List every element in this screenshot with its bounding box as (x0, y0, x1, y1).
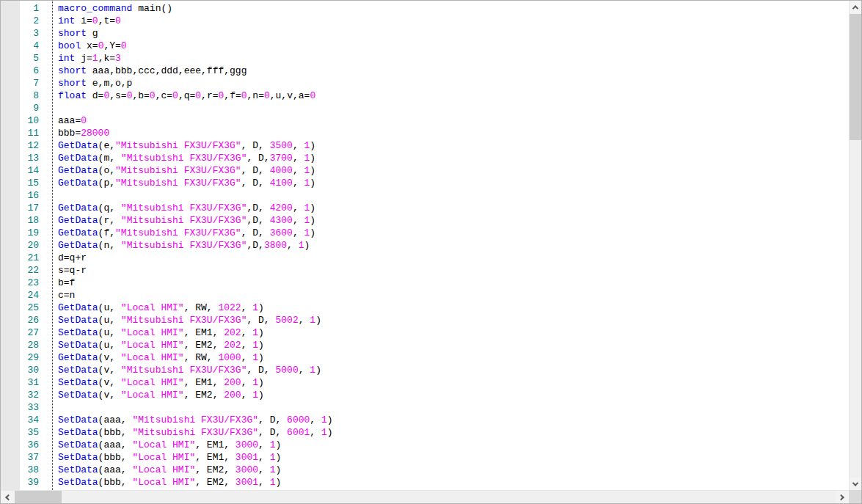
code-line[interactable]: 11bbb=28000 (20, 127, 848, 139)
chevron-down-icon (852, 480, 858, 486)
line-number: 32 (20, 389, 39, 401)
gutter-separator (52, 1, 53, 490)
code-line[interactable]: 2int i=0,t=0 (20, 15, 848, 27)
code-line[interactable]: 13GetData(m, "Mitsubishi FX3U/FX3G", D,3… (20, 152, 848, 164)
code-text: SetData(u, "Local HMI", EM2, 202, 1) (39, 339, 264, 351)
code-line[interactable]: 10aaa=0 (20, 114, 848, 127)
line-number: 6 (20, 65, 39, 77)
code-line[interactable]: 9 (20, 102, 848, 114)
line-number: 13 (20, 152, 39, 164)
code-line[interactable]: 12GetData(e,"Mitsubishi FX3U/FX3G", D, 3… (20, 139, 848, 152)
chevron-left-icon (5, 494, 11, 500)
code-line[interactable]: 31SetData(v, "Local HMI", EM1, 200, 1) (20, 376, 848, 389)
line-number: 8 (20, 90, 39, 102)
code-line[interactable]: 8float d=0,s=0,b=0,c=0,q=0,r=0,f=0,n=0,u… (20, 90, 848, 102)
vertical-scrollbar-thumb[interactable] (850, 14, 861, 140)
code-line[interactable]: 39SetData(bbb, "Local HMI", EM2, 3001, 1… (20, 476, 848, 489)
code-line[interactable]: 14GetData(o,"Mitsubishi FX3U/FX3G", D, 4… (20, 164, 848, 177)
code-line[interactable]: 28SetData(u, "Local HMI", EM2, 202, 1) (20, 339, 848, 351)
code-line[interactable]: 24c=n (20, 289, 848, 302)
code-text (39, 102, 58, 114)
line-number: 5 (20, 52, 39, 65)
line-number: 7 (20, 77, 39, 90)
code-text: GetData(e,"Mitsubishi FX3U/FX3G", D, 350… (39, 139, 315, 152)
line-number: 11 (20, 127, 39, 139)
line-number: 2 (20, 15, 39, 27)
code-line[interactable]: 17GetData(q, "Mitsubishi FX3U/FX3G",D, 4… (20, 202, 848, 214)
line-number: 33 (20, 401, 39, 414)
line-number: 21 (20, 252, 39, 264)
line-number: 17 (20, 202, 39, 214)
code-line[interactable]: 27SetData(u, "Local HMI", EM1, 202, 1) (20, 326, 848, 339)
code-line[interactable]: 1macro_command main() (20, 2, 848, 15)
code-line[interactable]: 36SetData(aaa, "Local HMI", EM1, 3000, 1… (20, 439, 848, 451)
code-text (39, 401, 58, 414)
code-line[interactable]: 15GetData(p,"Mitsubishi FX3U/FX3G", D, 4… (20, 177, 848, 189)
code-line[interactable]: 37SetData(bbb, "Local HMI", EM1, 3001, 1… (20, 451, 848, 464)
code-text: SetData(u, "Mitsubishi FX3U/FX3G", D, 50… (39, 314, 321, 326)
line-number: 39 (20, 476, 39, 489)
horizontal-scrollbar-thumb[interactable] (15, 491, 62, 503)
code-line[interactable]: 20GetData(n, "Mitsubishi FX3U/FX3G",D,38… (20, 239, 848, 252)
line-number: 36 (20, 439, 39, 451)
code-area[interactable]: 1macro_command main()2int i=0,t=03short … (20, 2, 848, 489)
code-text: s=q-r (39, 264, 87, 277)
code-line[interactable]: 25GetData(u, "Local HMI", RW, 1022, 1) (20, 302, 848, 314)
code-line[interactable]: 23b=f (20, 277, 848, 289)
code-text: bbb=28000 (39, 127, 109, 139)
code-line[interactable]: 33 (20, 401, 848, 414)
code-text: macro_command main() (39, 2, 172, 15)
line-number: 34 (20, 414, 39, 426)
code-line[interactable]: 32SetData(v, "Local HMI", EM2, 200, 1) (20, 389, 848, 401)
code-text: short aaa,bbb,ccc,ddd,eee,fff,ggg (39, 65, 246, 77)
code-line[interactable]: 30SetData(v, "Mitsubishi FX3U/FX3G", D, … (20, 364, 848, 376)
line-number: 23 (20, 277, 39, 289)
code-text: d=q+r (39, 252, 87, 264)
code-line[interactable]: 6short aaa,bbb,ccc,ddd,eee,fff,ggg (20, 65, 848, 77)
code-text: b=f (39, 277, 75, 289)
horizontal-scrollbar[interactable] (1, 490, 849, 503)
scroll-right-button[interactable] (836, 491, 849, 503)
code-line[interactable]: 26SetData(u, "Mitsubishi FX3U/FX3G", D, … (20, 314, 848, 326)
code-line[interactable]: 16 (20, 189, 848, 202)
code-text: float d=0,s=0,b=0,c=0,q=0,r=0,f=0,n=0,u,… (39, 90, 315, 102)
code-line[interactable]: 22s=q-r (20, 264, 848, 277)
code-text: GetData(r, "Mitsubishi FX3U/FX3G",D, 430… (39, 214, 315, 227)
code-text: GetData(m, "Mitsubishi FX3U/FX3G", D,370… (39, 152, 315, 164)
code-line[interactable]: 19GetData(f,"Mitsubishi FX3U/FX3G", D, 3… (20, 227, 848, 239)
scroll-down-button[interactable] (850, 478, 861, 490)
line-number: 38 (20, 464, 39, 476)
code-text: short g (39, 27, 98, 40)
line-number: 9 (20, 102, 39, 114)
line-number: 18 (20, 214, 39, 227)
code-line[interactable]: 5int j=1,k=3 (20, 52, 848, 65)
code-line[interactable]: 7short e,m,o,p (20, 77, 848, 90)
scroll-left-button[interactable] (1, 491, 14, 503)
code-line[interactable]: 29GetData(v, "Local HMI", RW, 1000, 1) (20, 351, 848, 364)
code-line[interactable]: 38SetData(aaa, "Local HMI", EM2, 3000, 1… (20, 464, 848, 476)
code-text: SetData(u, "Local HMI", EM1, 202, 1) (39, 326, 264, 339)
code-text: SetData(aaa, "Mitsubishi FX3U/FX3G", D, … (39, 414, 333, 426)
code-text: SetData(bbb, "Local HMI", EM2, 3001, 1) (39, 476, 281, 489)
code-line[interactable]: 34SetData(aaa, "Mitsubishi FX3U/FX3G", D… (20, 414, 848, 426)
code-line[interactable]: 35SetData(bbb, "Mitsubishi FX3U/FX3G", D… (20, 426, 848, 439)
code-line[interactable]: 3short g (20, 27, 848, 40)
editor-margin-strip (1, 1, 20, 490)
code-text: GetData(u, "Local HMI", RW, 1022, 1) (39, 302, 264, 314)
line-number: 26 (20, 314, 39, 326)
code-line[interactable]: 21d=q+r (20, 252, 848, 264)
line-number: 15 (20, 177, 39, 189)
scroll-up-button[interactable] (850, 1, 861, 13)
vertical-scrollbar[interactable] (849, 1, 861, 490)
code-text: GetData(p,"Mitsubishi FX3U/FX3G", D, 410… (39, 177, 315, 189)
line-number: 22 (20, 264, 39, 277)
code-text: int j=1,k=3 (39, 52, 121, 65)
code-line[interactable]: 18GetData(r, "Mitsubishi FX3U/FX3G",D, 4… (20, 214, 848, 227)
chevron-right-icon (838, 494, 844, 500)
code-line[interactable]: 4bool x=0,Y=0 (20, 40, 848, 52)
line-number: 16 (20, 189, 39, 202)
line-number: 25 (20, 302, 39, 314)
code-text: GetData(v, "Local HMI", RW, 1000, 1) (39, 351, 264, 364)
line-number: 20 (20, 239, 39, 252)
code-text: c=n (39, 289, 75, 302)
